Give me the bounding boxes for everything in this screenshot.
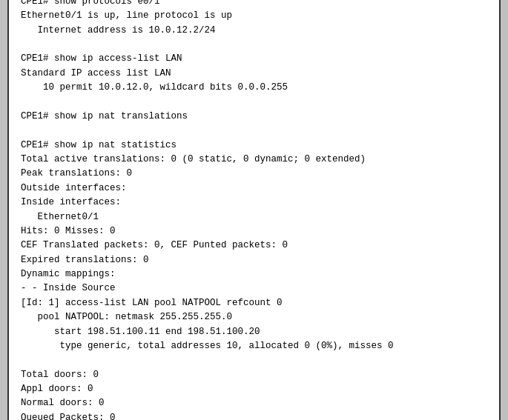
terminal-line: Expired translations: 0 xyxy=(21,253,487,267)
terminal-line: - - Inside Source xyxy=(21,281,487,296)
terminal-line: CEF Translated packets: 0, CEF Punted pa… xyxy=(21,239,487,253)
terminal-line: start 198.51.100.11 end 198.51.100.20 xyxy=(21,325,487,339)
terminal-line: 10 permit 10.0.12.0, wildcard bits 0.0.0… xyxy=(21,81,487,95)
empty-line xyxy=(21,124,487,138)
terminal-line: CPE1# show ip nat translations xyxy=(21,110,487,124)
terminal-line: Standard IP access list LAN xyxy=(21,67,487,81)
terminal-line: Internet address is 10.0.12.2/24 xyxy=(21,24,487,38)
terminal-line: Normal doors: 0 xyxy=(21,396,487,410)
terminal-line: Peak translations: 0 xyxy=(21,167,487,181)
terminal-line: CPE1# show protocols e0/1 xyxy=(21,0,487,9)
terminal-line: Hits: 0 Misses: 0 xyxy=(21,224,487,239)
terminal-line: CPE1# show ip access-list LAN xyxy=(21,52,487,66)
empty-line xyxy=(21,38,487,52)
terminal-line: Appl doors: 0 xyxy=(21,382,487,396)
terminal-line: Total active translations: 0 (0 static, … xyxy=(21,153,487,167)
empty-line xyxy=(21,353,487,367)
terminal-line: type generic, total addresses 10, alloca… xyxy=(21,339,487,353)
terminal-line: Queued Packets: 0 xyxy=(21,411,487,420)
terminal-line: [Id: 1] access-list LAN pool NATPOOL ref… xyxy=(21,296,487,310)
terminal-line: Ethernet0/1 xyxy=(21,210,487,224)
empty-line xyxy=(21,96,487,110)
terminal-line: pool NATPOOL: netmask 255.255.255.0 xyxy=(21,310,487,324)
terminal-line: Outside interfaces: xyxy=(21,181,487,196)
terminal-line: Total doors: 0 xyxy=(21,368,487,382)
terminal-line: Ethernet0/1 is up, line protocol is up xyxy=(21,9,487,23)
terminal-line: Inside interfaces: xyxy=(21,196,487,210)
terminal-line: CPE1# show ip nat statistics xyxy=(21,139,487,153)
terminal-output: CPE1# show protocols e0/1Ethernet0/1 is … xyxy=(7,0,501,420)
terminal-line: Dynamic mappings: xyxy=(21,267,487,281)
